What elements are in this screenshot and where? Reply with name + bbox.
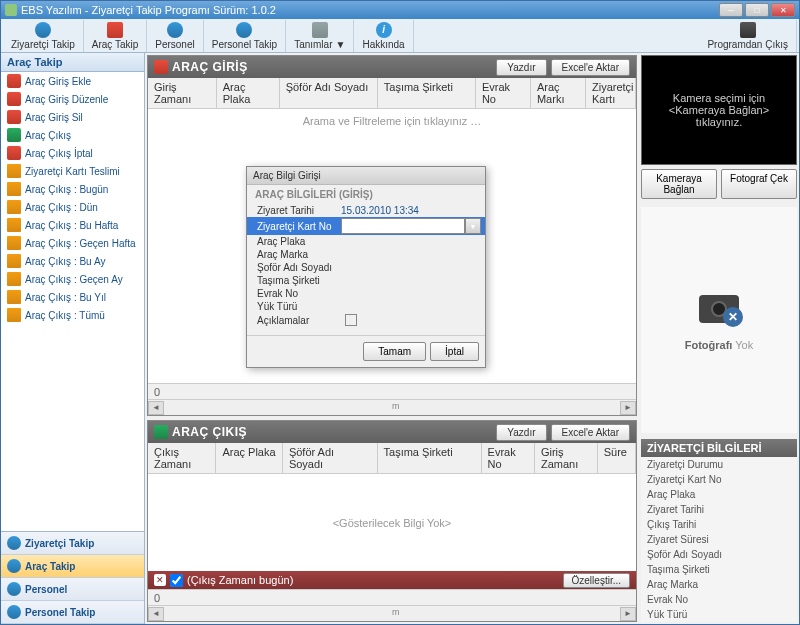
person-icon xyxy=(167,22,183,38)
column-header[interactable]: Giriş Zamanı xyxy=(535,443,598,473)
info-item: Ziyaretçi Durumu xyxy=(641,457,797,472)
dialog-input[interactable] xyxy=(341,218,465,234)
sidebar-item[interactable]: Araç Çıkış : Bu Yıl xyxy=(1,288,144,306)
dialog-row[interactable]: Araç Plaka xyxy=(247,235,485,248)
cancel-button[interactable]: İptal xyxy=(430,342,479,361)
column-header[interactable]: Şöför Adı Soyadı xyxy=(283,443,378,473)
nav-icon xyxy=(7,559,21,573)
print-button[interactable]: Yazdır xyxy=(496,59,546,76)
column-header[interactable]: Taşıma Şirketi xyxy=(378,443,482,473)
dialog-row[interactable]: Şoför Adı Soyadı xyxy=(247,261,485,274)
column-header[interactable]: Şöför Adı Soyadı xyxy=(280,78,378,108)
column-header[interactable]: Araç Plaka xyxy=(217,78,280,108)
nav-item[interactable]: Personel Takip xyxy=(1,601,144,624)
sidebar-item[interactable]: Araç Çıkış : Geçen Ay xyxy=(1,270,144,288)
customize-filter-button[interactable]: Özelleştir... xyxy=(563,573,630,588)
exit-button[interactable]: Programdan Çıkış xyxy=(699,20,797,52)
scroll-right-icon[interactable]: ► xyxy=(620,607,636,621)
export-excel-button[interactable]: Excel'e Aktar xyxy=(551,59,631,76)
sidebar-item[interactable]: Araç Çıkış : Bugün xyxy=(1,180,144,198)
column-header[interactable]: Evrak No xyxy=(482,443,535,473)
app-icon xyxy=(5,4,17,16)
grid-body-cikis: <Gösterilecek Bilgi Yok> xyxy=(148,474,636,571)
camera-connect-button[interactable]: Kameraya Bağlan xyxy=(641,169,717,199)
column-header[interactable]: Ziyaretçi Kartı xyxy=(586,78,636,108)
car-icon xyxy=(107,22,123,38)
scroll-right-icon[interactable]: ► xyxy=(620,401,636,415)
nav-item[interactable]: Ziyaretçi Takip xyxy=(1,532,144,555)
print-button[interactable]: Yazdır xyxy=(496,424,546,441)
sidebar-item[interactable]: Araç Çıkış : Tümü xyxy=(1,306,144,324)
toolbar-tanımlar[interactable]: Tanımlar▼ xyxy=(286,20,354,52)
grid-header-cikis[interactable]: Çıkış ZamanıAraç PlakaŞöför Adı SoyadıTa… xyxy=(148,443,636,474)
info-item: Yük Türü xyxy=(641,607,797,622)
grid-header-giris[interactable]: Giriş ZamanıAraç PlakaŞöför Adı SoyadıTa… xyxy=(148,78,636,109)
toolbar-hakkında[interactable]: iHakkında xyxy=(354,20,413,52)
dialog-section: ARAÇ BİLGİLERİ (GİRİŞ) xyxy=(247,185,485,204)
list-icon xyxy=(7,182,21,196)
main-toolbar: Ziyaretçi TakipAraç TakipPersonelPersone… xyxy=(1,19,799,53)
dialog-row[interactable]: Açıklamalar xyxy=(247,313,485,327)
dialog-arac-bilgi: Araç Bilgi Girişi ARAÇ BİLGİLERİ (GİRİŞ)… xyxy=(246,166,486,368)
sidebar-item[interactable]: Araç Çıkış xyxy=(1,126,144,144)
list-icon xyxy=(7,218,21,232)
dialog-row[interactable]: Taşıma Şirketi xyxy=(247,274,485,287)
column-header[interactable]: Araç Plaka xyxy=(216,443,283,473)
window-title: EBS Yazılım - Ziyaretçi Takip Programı S… xyxy=(21,4,276,16)
dialog-row[interactable]: Evrak No xyxy=(247,287,485,300)
list-icon xyxy=(7,254,21,268)
toolbar-personel[interactable]: Personel xyxy=(147,20,203,52)
export-excel-button[interactable]: Excel'e Aktar xyxy=(551,424,631,441)
sidebar-item[interactable]: Araç Çıkış : Bu Ay xyxy=(1,252,144,270)
gear-icon xyxy=(312,22,328,38)
camera-capture-button[interactable]: Fotograf Çek xyxy=(721,169,797,199)
scrollbar[interactable]: m xyxy=(164,607,620,621)
dialog-row[interactable]: Yük Türü xyxy=(247,300,485,313)
scroll-left-icon[interactable]: ◄ xyxy=(148,607,164,621)
column-header[interactable]: Taşıma Şirketi xyxy=(378,78,476,108)
titlebar: EBS Yazılım - Ziyaretçi Takip Programı S… xyxy=(1,1,799,19)
sidebar-item[interactable]: Araç Giriş Ekle xyxy=(1,72,144,90)
sidebar-item[interactable]: Araç Giriş Düzenle xyxy=(1,90,144,108)
sidebar-item[interactable]: Araç Çıkış İptal xyxy=(1,144,144,162)
car-icon xyxy=(7,110,21,124)
column-header[interactable]: Süre xyxy=(598,443,636,473)
scrollbar[interactable]: m xyxy=(164,401,620,415)
sidebar-item[interactable]: Araç Çıkış : Bu Hafta xyxy=(1,216,144,234)
close-button[interactable]: ✕ xyxy=(771,3,795,17)
dialog-row[interactable]: Ziyaretçi Kart No▼ xyxy=(247,217,485,235)
sidebar-item[interactable]: Ziyaretçi Kartı Teslimi xyxy=(1,162,144,180)
photo-placeholder: ✕ Fotoğrafı Yok xyxy=(641,207,797,433)
dropdown-icon[interactable]: ▼ xyxy=(465,218,481,234)
chevron-down-icon: ▼ xyxy=(336,39,346,50)
minimize-button[interactable]: ─ xyxy=(719,3,743,17)
column-header[interactable]: Çıkış Zamanı xyxy=(148,443,216,473)
filter-checkbox[interactable] xyxy=(170,574,183,587)
list-icon xyxy=(7,272,21,286)
toolbar-personel-takip[interactable]: Personel Takip xyxy=(204,20,286,52)
info-item: Evrak No xyxy=(641,592,797,607)
sidebar: Araç Takip Araç Giriş EkleAraç Giriş Düz… xyxy=(1,53,145,624)
sidebar-item[interactable]: Araç Giriş Sil xyxy=(1,108,144,126)
nav-item[interactable]: Personel xyxy=(1,578,144,601)
toolbar-ziyaretçi-takip[interactable]: Ziyaretçi Takip xyxy=(3,20,84,52)
scroll-left-icon[interactable]: ◄ xyxy=(148,401,164,415)
sidebar-item[interactable]: Araç Çıkış : Dün xyxy=(1,198,144,216)
list-icon xyxy=(7,290,21,304)
toolbar-araç-takip[interactable]: Araç Takip xyxy=(84,20,148,52)
filter-close-icon[interactable]: ✕ xyxy=(154,574,166,586)
column-header[interactable]: Evrak No xyxy=(476,78,531,108)
ok-button[interactable]: Tamam xyxy=(363,342,426,361)
nav-icon xyxy=(7,605,21,619)
sidebar-item[interactable]: Araç Çıkış : Geçen Hafta xyxy=(1,234,144,252)
car-g-icon xyxy=(7,128,21,142)
dialog-row[interactable]: Araç Marka xyxy=(247,248,485,261)
car-icon xyxy=(7,92,21,106)
list-icon xyxy=(7,164,21,178)
column-header[interactable]: Giriş Zamanı xyxy=(148,78,217,108)
maximize-button[interactable]: □ xyxy=(745,3,769,17)
column-header[interactable]: Araç Markı xyxy=(531,78,586,108)
nav-item[interactable]: Araç Takip xyxy=(1,555,144,578)
note-icon[interactable] xyxy=(345,314,357,326)
dialog-row[interactable]: Ziyaret Tarihi15.03.2010 13:34 xyxy=(247,204,485,217)
